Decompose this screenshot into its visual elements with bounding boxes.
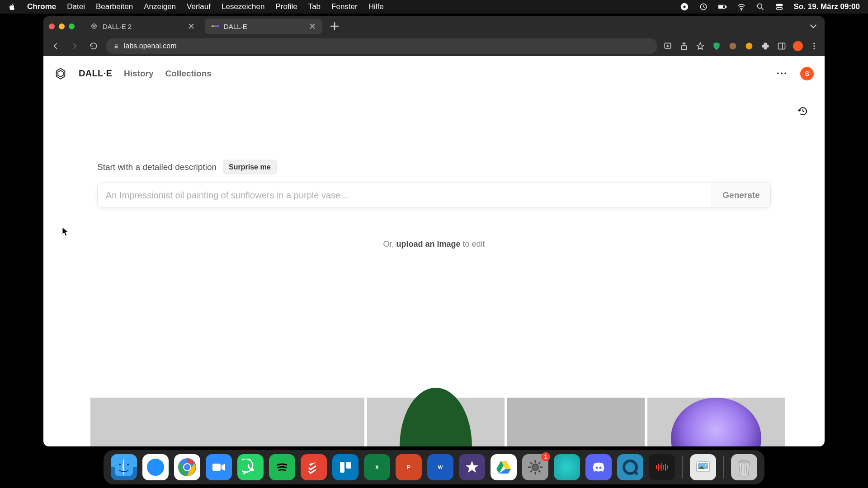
extension-shield-icon[interactable]: [712, 41, 722, 51]
dock-voice-memos-icon[interactable]: [649, 454, 675, 480]
gallery-image[interactable]: [90, 398, 364, 446]
menubar-item[interactable]: Hilfe: [368, 2, 384, 11]
refresh-icon[interactable]: [699, 2, 708, 11]
dock-whatsapp-icon[interactable]: [237, 454, 264, 480]
dock-app-icon[interactable]: [554, 454, 580, 480]
screen-record-icon[interactable]: [680, 2, 689, 11]
dock-trello-icon[interactable]: [332, 454, 359, 480]
user-avatar[interactable]: S: [800, 67, 814, 80]
dock-google-drive-icon[interactable]: [491, 454, 517, 480]
upload-image-link[interactable]: upload an image: [396, 239, 460, 249]
forward-button[interactable]: [68, 39, 81, 53]
dock-safari-icon[interactable]: [142, 454, 169, 480]
minimize-window-button[interactable]: [59, 23, 65, 29]
profile-avatar-icon[interactable]: [793, 41, 803, 51]
dock-trash-icon[interactable]: [731, 454, 757, 480]
extension-icon[interactable]: [728, 41, 738, 51]
extension-icon[interactable]: [744, 41, 754, 51]
menubar-item[interactable]: Lesezeichen: [222, 2, 264, 11]
svg-point-1: [683, 5, 686, 9]
menubar-item[interactable]: Verlauf: [187, 2, 211, 11]
nav-collections[interactable]: Collections: [165, 69, 212, 79]
svg-point-50: [596, 467, 598, 469]
extensions-puzzle-icon[interactable]: [760, 41, 770, 51]
new-tab-button[interactable]: [328, 19, 341, 33]
prompt-input[interactable]: [98, 183, 712, 207]
menubar-item[interactable]: Bearbeiten: [96, 2, 133, 11]
bookmark-star-icon[interactable]: [695, 41, 705, 51]
dock-zoom-icon[interactable]: [206, 454, 232, 480]
brand-title[interactable]: DALL·E: [79, 68, 112, 79]
dock-imovie-icon[interactable]: [459, 454, 485, 480]
dock-badge: 1: [541, 452, 550, 461]
address-bar[interactable]: labs.openai.com: [106, 38, 657, 54]
browser-tab[interactable]: DALL·E 2: [84, 19, 201, 34]
wifi-icon[interactable]: [737, 2, 746, 11]
dock-system-settings-icon[interactable]: 1: [522, 454, 548, 480]
maximize-window-button[interactable]: [69, 23, 75, 29]
page-viewport: DALL·E History Collections ··· S Start w…: [43, 56, 825, 446]
svg-point-24: [813, 45, 815, 47]
dock-separator: [682, 456, 683, 479]
tab-title: DALL·E: [224, 23, 247, 30]
install-app-icon[interactable]: [663, 41, 673, 51]
svg-rect-14: [216, 25, 217, 27]
close-tab-icon[interactable]: [309, 23, 316, 30]
svg-rect-15: [217, 25, 219, 27]
close-tab-icon[interactable]: [188, 23, 195, 30]
menubar-item[interactable]: Anzeigen: [144, 2, 176, 11]
reload-button[interactable]: [87, 39, 100, 53]
browser-tab-active[interactable]: DALL·E: [205, 19, 322, 34]
svg-point-41: [532, 464, 538, 470]
more-menu-icon[interactable]: ···: [776, 67, 788, 80]
gallery-image[interactable]: [647, 398, 785, 446]
dock-chrome-icon[interactable]: [174, 454, 200, 480]
dock-finder-icon[interactable]: [111, 454, 137, 480]
macos-menubar: Chrome Datei Bearbeiten Anzeigen Verlauf…: [0, 0, 868, 14]
dock-todoist-icon[interactable]: [301, 454, 327, 480]
surprise-me-button[interactable]: Surprise me: [223, 160, 276, 174]
sample-gallery: [43, 398, 825, 446]
svg-rect-12: [213, 25, 214, 27]
menubar-item[interactable]: Profile: [275, 2, 297, 11]
dock-discord-icon[interactable]: [585, 454, 612, 480]
gallery-image[interactable]: [507, 398, 645, 446]
menubar-app-name[interactable]: Chrome: [27, 2, 56, 11]
menubar-item[interactable]: Fenster: [331, 2, 358, 11]
dock-word-icon[interactable]: W: [427, 454, 453, 480]
tab-overflow-button[interactable]: [807, 20, 819, 32]
back-button[interactable]: [49, 39, 62, 53]
svg-rect-16: [115, 46, 118, 48]
svg-point-23: [813, 43, 815, 44]
battery-icon[interactable]: [718, 2, 727, 11]
chrome-menu-icon[interactable]: [809, 41, 819, 51]
openai-logo-icon[interactable]: [54, 67, 67, 80]
menubar-item[interactable]: Tab: [308, 2, 321, 11]
gallery-image[interactable]: [367, 398, 505, 446]
dock-powerpoint-icon[interactable]: P: [396, 454, 422, 480]
menubar-item[interactable]: Datei: [67, 2, 85, 11]
svg-point-6: [741, 9, 742, 10]
close-window-button[interactable]: [49, 23, 55, 29]
dock-quicktime-icon[interactable]: [617, 454, 643, 480]
address-text: labs.openai.com: [124, 42, 177, 50]
tab-strip: DALL·E 2 DALL·E: [43, 16, 825, 36]
dock-preview-icon[interactable]: [690, 454, 716, 480]
apple-menu-icon[interactable]: [8, 3, 16, 11]
dock-spotify-icon[interactable]: [269, 454, 295, 480]
app-header: DALL·E History Collections ··· S: [43, 56, 825, 91]
svg-rect-21: [778, 43, 785, 49]
control-center-icon[interactable]: [775, 2, 784, 11]
recent-history-icon[interactable]: [797, 106, 810, 118]
window-controls: [49, 23, 75, 29]
menubar-clock[interactable]: So. 19. März 09:00: [794, 2, 860, 11]
macos-dock: X P W 1: [104, 450, 764, 484]
share-icon[interactable]: [679, 41, 689, 51]
nav-history[interactable]: History: [124, 69, 153, 79]
dock-excel-icon[interactable]: X: [364, 454, 390, 480]
side-panel-icon[interactable]: [777, 41, 787, 51]
generate-button[interactable]: Generate: [712, 183, 770, 207]
svg-rect-13: [214, 25, 216, 27]
spotlight-search-icon[interactable]: [756, 2, 765, 11]
svg-marker-40: [466, 461, 478, 473]
